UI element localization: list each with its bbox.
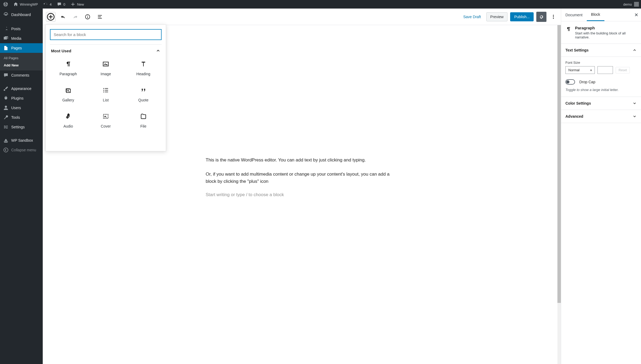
block-item-label: Cover <box>101 124 111 128</box>
sidebar-item-settings[interactable]: Settings <box>0 122 43 132</box>
sidebar-item-dashboard[interactable]: Dashboard <box>0 9 43 20</box>
block-item-audio[interactable]: Audio <box>50 108 87 133</box>
sidebar-item-label: WP Sandbox <box>11 138 33 143</box>
chevron-down-icon <box>632 114 637 118</box>
drop-cap-toggle[interactable] <box>565 79 575 85</box>
svg-point-12 <box>103 90 104 90</box>
editor-header: Save Draft Preview Publish... <box>43 9 561 25</box>
sidebar-item-pages[interactable]: Pages <box>0 43 43 53</box>
inserter-category-header[interactable]: Most Used <box>50 45 162 56</box>
canvas-scrollbar-thumb[interactable] <box>557 25 561 303</box>
block-item-label: Quote <box>138 98 148 102</box>
sidebar-subitem-all-pages[interactable]: All Pages <box>0 54 43 62</box>
block-item-label: Paragraph <box>60 72 77 76</box>
sidebar-item-label: Posts <box>11 27 21 31</box>
block-description-section: Paragraph Start with the building block … <box>561 21 641 44</box>
sidebar-item-label: Appearance <box>11 86 32 91</box>
svg-point-11 <box>103 88 104 89</box>
sidebar-subitem-add-new[interactable]: Add New <box>0 62 43 69</box>
block-search-input[interactable] <box>50 29 162 40</box>
sidebar-item-plugins[interactable]: Plugins <box>0 93 43 103</box>
admin-sidebar: Dashboard Posts Media Pages All Pages Ad… <box>0 9 43 364</box>
updates-count: 4 <box>50 2 52 6</box>
sidebar-collapse[interactable]: Collapse menu <box>0 145 43 155</box>
drop-cap-help: Toggle to show a large initial letter. <box>565 88 637 92</box>
sidebar-item-label: Settings <box>11 125 25 129</box>
close-settings-button[interactable]: ✕ <box>634 12 638 18</box>
save-draft-button[interactable]: Save Draft <box>460 13 483 21</box>
sidebar-item-posts[interactable]: Posts <box>0 24 43 34</box>
updates-link[interactable]: 4 <box>42 2 53 7</box>
comments-link[interactable]: 0 <box>56 2 66 7</box>
more-vertical-icon <box>551 14 556 19</box>
block-item-file[interactable]: File <box>125 108 162 133</box>
content-paragraph-2[interactable]: Or, if you want to add multimedia conten… <box>206 171 398 185</box>
wrench-icon <box>3 115 9 120</box>
info-button[interactable] <box>83 12 92 22</box>
admin-bar-right: demo <box>623 2 639 7</box>
sidebar-item-users[interactable]: Users <box>0 103 43 113</box>
sidebar-item-media[interactable]: Media <box>0 34 43 43</box>
comment-icon <box>3 73 9 78</box>
dashboard-icon <box>3 12 9 17</box>
comments-count: 0 <box>63 2 65 6</box>
new-block-placeholder[interactable]: Start writing or type / to choose a bloc… <box>206 192 398 197</box>
plug-icon <box>3 96 9 101</box>
heading-icon <box>140 61 147 68</box>
brush-icon <box>3 86 9 91</box>
user-name[interactable]: demo <box>623 2 632 6</box>
sidebar-item-sandbox[interactable]: WP Sandbox <box>0 136 43 145</box>
tab-block[interactable]: Block <box>587 9 604 21</box>
admin-bar-left: WinningWP 4 0 New <box>2 2 85 7</box>
undo-button[interactable] <box>58 12 68 22</box>
sidebar-item-label: Media <box>11 36 21 41</box>
font-size-input[interactable] <box>597 66 613 74</box>
site-name-link[interactable]: WinningWP <box>12 2 39 7</box>
avatar[interactable] <box>634 2 639 7</box>
home-icon <box>13 2 18 7</box>
block-item-list[interactable]: List <box>88 82 124 107</box>
sidebar-item-comments[interactable]: Comments <box>0 70 43 80</box>
advanced-header[interactable]: Advanced <box>561 110 641 123</box>
chevron-up-icon <box>156 48 161 53</box>
block-item-image[interactable]: Image <box>88 56 124 81</box>
content-paragraph-1[interactable]: This is the native WordPress editor. You… <box>206 156 398 164</box>
text-settings-header[interactable]: Text Settings <box>561 44 641 57</box>
block-name: Paragraph <box>575 26 637 30</box>
settings-toggle-button[interactable] <box>536 12 546 22</box>
block-item-label: Audio <box>63 124 73 128</box>
settings-tabs: Document Block ✕ <box>561 9 641 21</box>
new-label: New <box>77 2 84 6</box>
update-icon <box>43 2 48 7</box>
more-options-button[interactable] <box>549 12 558 22</box>
canvas-content: This is the native WordPress editor. You… <box>206 26 398 219</box>
svg-point-13 <box>103 92 104 92</box>
block-item-paragraph[interactable]: Paragraph <box>50 56 87 81</box>
color-settings-header[interactable]: Color Settings <box>561 97 641 110</box>
font-size-reset-button[interactable]: Reset <box>616 67 630 73</box>
user-icon <box>3 105 9 110</box>
sidebar-item-label: Collapse menu <box>11 148 36 152</box>
comment-icon <box>57 2 62 7</box>
block-item-cover[interactable]: Cover <box>88 108 124 133</box>
font-size-select[interactable]: Normal <box>565 66 595 74</box>
settings-panel: Document Block ✕ Paragraph Start with th… <box>561 9 641 364</box>
block-item-label: List <box>103 98 109 102</box>
editor-main: Save Draft Preview Publish... Most Used <box>43 9 561 364</box>
block-item-quote[interactable]: Quote <box>125 82 162 107</box>
sidebar-item-tools[interactable]: Tools <box>0 113 43 122</box>
drop-cap-row: Drop Cap <box>565 79 637 85</box>
wp-logo[interactable] <box>2 2 9 7</box>
block-item-gallery[interactable]: Gallery <box>50 82 87 107</box>
info-icon <box>85 14 91 20</box>
tab-document[interactable]: Document <box>561 9 587 21</box>
drop-cap-label: Drop Cap <box>579 80 595 84</box>
block-item-heading[interactable]: Heading <box>125 56 162 81</box>
outline-button[interactable] <box>95 12 105 22</box>
preview-button[interactable]: Preview <box>486 12 508 21</box>
publish-button[interactable]: Publish... <box>510 12 534 21</box>
redo-button[interactable] <box>71 12 80 22</box>
new-content-link[interactable]: New <box>69 2 85 7</box>
add-block-button[interactable] <box>46 12 56 22</box>
sidebar-item-appearance[interactable]: Appearance <box>0 84 43 93</box>
